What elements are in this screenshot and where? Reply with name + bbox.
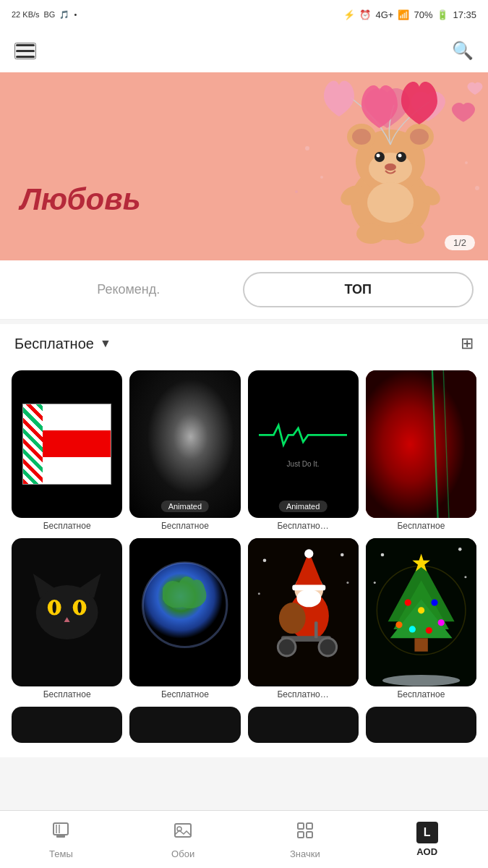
wallpaper-item-2[interactable]: Animated Бесплатное <box>129 370 240 531</box>
wallpaper-thumb-11 <box>248 707 359 743</box>
svg-point-18 <box>320 176 323 179</box>
themes-icon <box>51 820 71 846</box>
wallpaper-item-6[interactable]: Бесплатное <box>129 538 240 699</box>
nav-label-themes: Темы <box>49 848 73 859</box>
svg-point-11 <box>385 163 396 171</box>
wallpaper-thumb-12 <box>366 707 476 743</box>
svg-point-3 <box>352 129 371 145</box>
wallpaper-item-12[interactable] <box>366 707 476 743</box>
wallpaper-item-3[interactable]: Just Do It. Animated Бесплатно… <box>248 370 359 531</box>
svg-point-66 <box>380 553 384 557</box>
svg-point-65 <box>382 675 460 686</box>
svg-point-21 <box>475 186 479 190</box>
svg-point-27 <box>36 585 98 639</box>
wallpaper-thumb-2: Animated <box>129 370 240 518</box>
battery-icon: 🔋 <box>437 9 448 20</box>
banner-illustration <box>286 76 488 246</box>
svg-point-58 <box>404 600 411 606</box>
shazam-icon: 🎵 <box>59 10 69 20</box>
app-header: 🔍 <box>0 29 488 72</box>
wallpaper-item-4[interactable]: Бесплатное <box>366 370 476 531</box>
banner-page-indicator: 1/2 <box>445 235 475 250</box>
svg-point-7 <box>374 152 385 162</box>
svg-point-64 <box>426 627 432 634</box>
svg-point-42 <box>296 590 321 608</box>
svg-point-10 <box>398 154 402 158</box>
svg-point-63 <box>409 626 416 633</box>
wallpaper-thumb-7 <box>248 538 359 686</box>
svg-point-8 <box>396 152 406 162</box>
wallpaper-label-6: Бесплатное <box>161 689 209 699</box>
svg-point-17 <box>305 146 309 150</box>
tab-recommended[interactable]: Рекоменд. <box>14 272 243 307</box>
nav-label-icons: Значки <box>290 848 320 859</box>
aod-icon: L <box>416 822 438 843</box>
icons-icon <box>295 820 315 846</box>
wallpaper-item-7[interactable]: Бесплатно… <box>248 538 359 699</box>
wallpapers-icon <box>173 820 193 846</box>
svg-point-19 <box>295 190 298 193</box>
battery-level: 70% <box>414 9 432 20</box>
wallpaper-item-10[interactable] <box>129 707 240 743</box>
svg-point-48 <box>262 559 266 563</box>
wallpaper-label-7: Бесплатно… <box>277 689 328 699</box>
wallpaper-thumb-8 <box>366 538 476 686</box>
svg-point-62 <box>437 619 444 626</box>
svg-point-68 <box>464 576 466 579</box>
svg-point-59 <box>431 600 437 606</box>
svg-point-9 <box>377 154 380 158</box>
wallpaper-item-5[interactable]: Бесплатное <box>12 538 122 699</box>
svg-point-67 <box>458 548 462 551</box>
wallpaper-item-8[interactable]: Бесплатное <box>366 538 476 699</box>
tab-top[interactable]: ТОП <box>243 272 474 307</box>
wallpaper-thumb-1 <box>12 370 122 518</box>
nav-item-themes[interactable]: Темы <box>0 814 122 865</box>
filter-left: Бесплатное ▼ <box>14 336 111 352</box>
wallpaper-thumb-5 <box>12 538 122 686</box>
wallpaper-thumb-10 <box>129 707 240 743</box>
nav-label-aod: AOD <box>416 846 437 857</box>
bluetooth-icon: ⚡ <box>343 9 355 20</box>
grid-view-button[interactable]: ⊞ <box>461 334 474 353</box>
svg-rect-81 <box>307 832 312 838</box>
nav-item-wallpapers[interactable]: Обои <box>122 814 244 865</box>
svg-point-12 <box>367 182 414 223</box>
wallpaper-item-1[interactable]: Бесплатное <box>12 370 122 531</box>
svg-point-45 <box>319 639 337 657</box>
wallpaper-label-5: Бесплатное <box>43 689 91 699</box>
wallpaper-item-9[interactable] <box>12 707 122 743</box>
svg-point-50 <box>346 582 348 584</box>
svg-point-41 <box>304 550 313 558</box>
svg-point-60 <box>418 608 424 614</box>
nav-item-icons[interactable]: Значки <box>244 814 367 865</box>
wallpaper-label-2: Бесплатное <box>161 521 209 531</box>
tab-bar: Рекоменд. ТОП <box>0 260 488 320</box>
filter-bar: Бесплатное ▼ ⊞ <box>0 324 488 363</box>
nav-item-aod[interactable]: L AOD <box>366 816 488 863</box>
svg-point-47 <box>278 603 305 634</box>
wallpaper-grid: Бесплатное Animated Бесплатное Just Do I… <box>0 363 488 757</box>
banner-title: Любовь <box>20 182 141 217</box>
wallpaper-label-4: Бесплатное <box>397 521 445 531</box>
wallpaper-label-3: Бесплатно… <box>277 521 328 531</box>
svg-point-16 <box>395 224 424 244</box>
wallpaper-thumb-4 <box>366 370 476 518</box>
svg-point-44 <box>278 639 296 657</box>
carrier: BG <box>44 10 56 19</box>
svg-rect-79 <box>307 823 312 829</box>
status-right: ⚡ ⏰ 4G+ 📶 70% 🔋 17:35 <box>343 9 476 20</box>
promo-banner: Любовь <box>0 72 488 260</box>
search-button[interactable]: 🔍 <box>452 41 474 61</box>
status-bar: 22 KB/s BG 🎵 • ⚡ ⏰ 4G+ 📶 70% 🔋 17:35 <box>0 0 488 29</box>
time-display: 17:35 <box>453 9 476 20</box>
status-left: 22 KB/s BG 🎵 • <box>12 10 77 20</box>
animated-badge-3: Animated <box>279 501 327 512</box>
svg-rect-71 <box>53 823 68 835</box>
svg-rect-78 <box>298 823 304 829</box>
nav-label-wallpapers: Обои <box>171 848 194 859</box>
bottom-nav: Темы Обои Значки L AOD <box>0 810 488 868</box>
wallpaper-thumb-9 <box>12 707 122 743</box>
wallpaper-item-11[interactable] <box>248 707 359 743</box>
filter-label: Бесплатное <box>14 336 94 352</box>
menu-button[interactable] <box>14 43 36 59</box>
